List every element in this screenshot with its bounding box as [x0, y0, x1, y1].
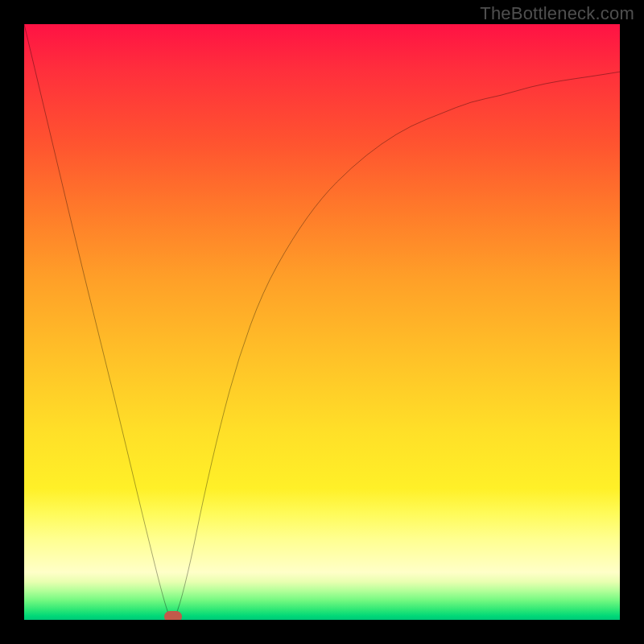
chart-frame: TheBottleneck.com: [0, 0, 644, 644]
optimum-marker: [164, 611, 182, 620]
plot-area: [24, 24, 620, 620]
watermark-text: TheBottleneck.com: [480, 3, 634, 24]
curve-path: [24, 24, 620, 618]
bottleneck-curve: [24, 24, 620, 620]
